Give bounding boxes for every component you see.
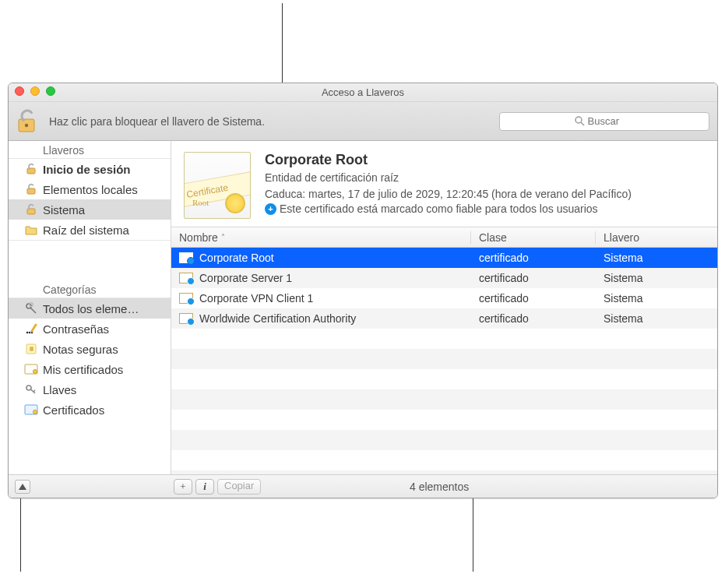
unlock-icon [24, 203, 38, 216]
certblue-icon [24, 404, 38, 415]
row-name: Worldwide Certification Authority [199, 312, 356, 325]
table-body[interactable]: Corporate Root certificado Sistema Corpo… [171, 248, 717, 474]
category-label: Notas seguras [43, 343, 118, 356]
certificate-thumbnail-icon: Certificate Root [184, 152, 251, 219]
items-table: Nombre ˄ Clase Llavero Corporate Root ce… [171, 227, 717, 474]
minimize-button[interactable] [30, 86, 40, 96]
search-input[interactable] [588, 115, 635, 127]
onekey-icon [24, 383, 38, 396]
trust-status: + Este certificado está marcado como fia… [265, 202, 705, 215]
window-title: Acceso a Llaveros [322, 86, 404, 98]
add-button[interactable]: + [174, 479, 192, 495]
svg-rect-4 [27, 168, 35, 174]
trust-plus-icon: + [265, 203, 276, 215]
sidebar: Llaveros Inicio de sesión Elementos loca… [9, 141, 171, 474]
info-button[interactable]: i [195, 479, 214, 495]
keychain-item[interactable]: Sistema [9, 199, 171, 220]
svg-point-16 [33, 370, 37, 374]
keychain-label: Elementos locales [43, 183, 138, 196]
copy-button[interactable]: Copiar [217, 479, 261, 495]
keychain-list: Inicio de sesión Elementos locales Siste… [9, 159, 171, 240]
row-name: Corporate Server 1 [199, 272, 292, 284]
keychain-item[interactable]: Raíz del sistema [9, 220, 171, 240]
svg-point-1 [25, 123, 28, 126]
certificate-row-icon [179, 293, 193, 304]
callout-line-top [282, 3, 283, 83]
search-icon [575, 116, 585, 126]
maximize-button[interactable] [46, 86, 55, 96]
row-class: certificado [471, 312, 596, 325]
search-field[interactable] [499, 112, 709, 131]
keychain-item[interactable]: Inicio de sesión [9, 159, 171, 179]
callout-line-bottom-center [473, 498, 473, 572]
keychain-access-window: Acceso a Llaveros Haz clic para bloquear… [8, 83, 718, 498]
close-button[interactable] [15, 86, 24, 96]
keychain-label: Inicio de sesión [43, 163, 131, 176]
row-class: certificado [471, 252, 596, 264]
category-list: Todos los eleme… Contraseñas Notas segur… [9, 298, 171, 420]
categories-header: Categorías [9, 280, 171, 298]
row-name: Corporate Root [199, 252, 274, 264]
svg-point-2 [575, 117, 582, 123]
titlebar[interactable]: Acceso a Llaveros [9, 83, 717, 102]
toolbar: Haz clic para bloquear el llavero de Sis… [9, 102, 717, 141]
seal-icon [225, 193, 245, 213]
column-name[interactable]: Nombre ˄ [171, 231, 471, 244]
svg-line-8 [30, 308, 36, 313]
column-keychain[interactable]: Llavero [596, 231, 717, 244]
category-item[interactable]: Notas seguras [9, 339, 171, 359]
keychain-label: Sistema [43, 203, 85, 217]
certificate-expires: Caduca: martes, 17 de julio de 2029, 12:… [265, 186, 705, 202]
toggle-panel-button[interactable] [15, 480, 30, 494]
lock-hint-text: Haz clic para bloquear el llavero de Sis… [49, 115, 490, 128]
sort-ascending-icon: ˄ [221, 233, 225, 241]
table-row[interactable]: Worldwide Certification Authority certif… [171, 308, 717, 329]
category-item[interactable]: Certificados [9, 400, 171, 420]
main-pane: Certificate Root Corporate Root Entidad … [171, 141, 717, 474]
certificate-row-icon [179, 273, 193, 283]
svg-rect-6 [27, 209, 35, 214]
category-item[interactable]: Llaves [9, 379, 171, 400]
category-item[interactable]: Contraseñas [9, 319, 171, 339]
row-name: Corporate VPN Client 1 [199, 292, 313, 305]
callout-line-bottom-left [20, 498, 21, 572]
svg-rect-14 [30, 347, 33, 350]
status-bar: + i Copiar 4 elementos [9, 474, 717, 498]
row-keychain: Sistema [596, 252, 717, 264]
row-class: certificado [471, 272, 596, 284]
svg-point-10 [26, 332, 29, 334]
svg-point-19 [33, 410, 37, 414]
lock-keychain-icon[interactable] [16, 108, 40, 135]
keychain-item[interactable]: Elementos locales [9, 179, 171, 199]
row-keychain: Sistema [596, 292, 717, 305]
certificate-title: Corporate Root [265, 152, 705, 168]
keys-icon [24, 302, 38, 315]
traffic-lights [15, 86, 55, 96]
row-keychain: Sistema [596, 272, 717, 284]
pencil-icon [24, 322, 38, 335]
table-row[interactable]: Corporate VPN Client 1 certificado Siste… [171, 288, 717, 308]
certificate-row-icon [179, 252, 193, 263]
category-label: Certificados [43, 403, 104, 417]
element-count: 4 elementos [264, 481, 614, 493]
unlock-icon [24, 163, 38, 175]
row-keychain: Sistema [596, 312, 717, 325]
row-class: certificado [471, 292, 596, 305]
svg-marker-20 [19, 484, 26, 490]
unlock-icon [24, 183, 38, 195]
svg-rect-5 [27, 188, 35, 194]
table-header: Nombre ˄ Clase Llavero [171, 227, 717, 248]
category-label: Todos los eleme… [43, 302, 139, 315]
certificate-row-icon [179, 313, 193, 324]
category-item[interactable]: Mis certificados [9, 359, 171, 379]
column-class[interactable]: Clase [471, 231, 596, 244]
category-label: Mis certificados [43, 363, 123, 376]
svg-point-11 [29, 332, 31, 334]
category-item[interactable]: Todos los eleme… [9, 298, 171, 319]
keychain-label: Raíz del sistema [43, 224, 129, 237]
certificate-detail: Certificate Root Corporate Root Entidad … [171, 141, 717, 227]
table-row[interactable]: Corporate Server 1 certificado Sistema [171, 268, 717, 288]
table-row[interactable]: Corporate Root certificado Sistema [171, 248, 717, 268]
note-icon [24, 343, 38, 355]
keychains-header: Llaveros [9, 141, 171, 159]
